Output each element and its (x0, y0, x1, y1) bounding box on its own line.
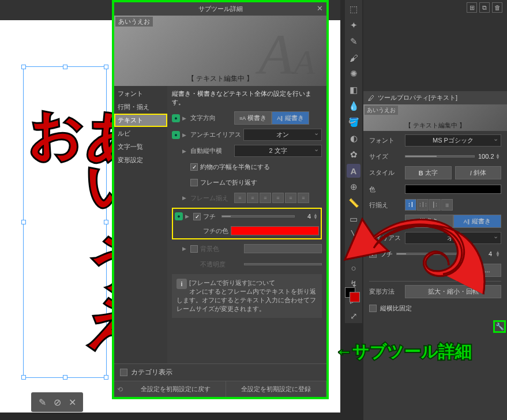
direction-horizontal[interactable]: ≡A横書き (234, 111, 272, 125)
cat-charlist[interactable]: 文字一覧 (114, 140, 167, 153)
wrap-checkbox[interactable] (190, 179, 198, 186)
editing-label: 【 テキスト編集中 】 (114, 74, 326, 84)
tool-brush-icon[interactable]: 🖌 (347, 51, 360, 65)
cat-text[interactable]: テキスト (114, 114, 167, 127)
font-dropdown[interactable]: MS Pゴシック (405, 134, 501, 147)
tool-ruler-icon[interactable]: 📏 (347, 196, 360, 210)
align-opt: ≡ (260, 193, 271, 203)
align-opt: ≡ (285, 193, 296, 203)
expand-icon[interactable]: ▶ (182, 115, 188, 121)
tool-lasso-icon[interactable]: ⬚ (347, 2, 360, 16)
frame-align-label: フレーム揃え (190, 194, 232, 202)
transform-label: 変形方法 (369, 287, 401, 296)
tool-pen-icon[interactable]: ✎ (347, 35, 360, 48)
bg-color-swatch (244, 244, 322, 253)
category-description: 縦書き・横書きなどテキスト全体の設定を行います。 (172, 89, 322, 107)
expand-icon[interactable]: ▶ (182, 148, 188, 154)
panel-preview: あいうえお 【 テキスト編集中 】 (363, 104, 507, 131)
panel-dup-icon[interactable]: ⧉ (479, 2, 490, 13)
edge-highlight: ●▶ フチ 4 ▲▼ フチの色 (172, 208, 322, 239)
panel-trash-icon[interactable]: 🗑 (492, 2, 502, 13)
halfwidth-checkbox[interactable] (190, 163, 198, 171)
wrench-icon[interactable]: 🔧 (493, 320, 506, 333)
antialias-dropdown[interactable]: オン (243, 129, 322, 141)
direction-segment: 横書き A∥縦書き (405, 215, 501, 228)
color-swatch[interactable] (345, 287, 361, 303)
edge-color-swatch[interactable] (231, 226, 319, 235)
text-color-swatch[interactable] (405, 185, 501, 194)
direction-segment: ≡A横書き A∥縦書き (234, 111, 309, 125)
panel-add-icon[interactable]: ⊞ (467, 2, 477, 13)
edit-icon[interactable]: ✎ (36, 396, 48, 408)
panel-title[interactable]: 🖊 ツールプロパティ[テキスト] (363, 91, 507, 104)
eye-icon[interactable]: ● (175, 212, 183, 220)
reset-row: ⟲ 全設定を初期設定に戻す 全設定を初期設定に登録 (114, 381, 326, 397)
tool-eraser-icon[interactable]: ◧ (347, 83, 360, 97)
callout-text: ←サブツール詳細 (336, 340, 472, 363)
dir-h[interactable]: 横書き (405, 215, 453, 228)
direction-vertical[interactable]: A∥縦書き (272, 111, 309, 125)
expand-icon[interactable]: ▶ (182, 246, 188, 252)
close-icon[interactable]: ✕ (317, 4, 323, 13)
edge-checkbox[interactable] (193, 213, 201, 220)
frame-align-set: ≡≡ ≡≡ ≡≡ (234, 193, 309, 203)
align-opt: ≡ (298, 193, 309, 203)
tool-blend-icon[interactable]: 💧 (347, 99, 360, 113)
aa-dropdown[interactable]: オン (405, 232, 501, 244)
edge-stepper[interactable]: ▲▼ (495, 251, 501, 257)
eye-icon[interactable]: ● (172, 114, 180, 122)
expand-icon[interactable]: ▶ (182, 195, 188, 201)
expand-icon[interactable]: ▶ (182, 132, 188, 138)
line-align-label: 行揃え (369, 201, 401, 209)
auto-tcy-dropdown[interactable]: 2 文字 (234, 145, 322, 157)
tool-frame-icon[interactable]: ▭ (347, 212, 360, 226)
settings-button[interactable]: 設定... (461, 264, 501, 277)
transform-dropdown[interactable]: 拡大・縮小・回転 (405, 285, 501, 298)
align-top[interactable]: ⫶┃ (405, 199, 416, 211)
align-opt: ≡ (247, 193, 258, 203)
italic-button[interactable]: I斜体 (455, 166, 502, 179)
tool-spray-icon[interactable]: ✺ (347, 67, 360, 81)
edge-slider[interactable] (396, 253, 475, 255)
edge-stepper[interactable]: ▲▼ (313, 213, 319, 219)
info-body: オンにするとフレーム内でテキストを折り返します。オフにするとテキスト入力に合わせ… (176, 288, 316, 312)
cat-font[interactable]: フォント (114, 87, 167, 100)
tool-rect-icon[interactable]: □ (347, 245, 360, 258)
cancel-icon[interactable]: ✕ (66, 396, 78, 408)
cat-ruby[interactable]: ルビ (114, 127, 167, 140)
size-slider[interactable] (405, 155, 475, 158)
bgcolor-checkbox[interactable] (190, 245, 198, 253)
tool-text-icon[interactable]: A (347, 164, 360, 178)
align-opt: ≡ (272, 193, 284, 203)
tool-fill-icon[interactable]: 🪣 (347, 115, 360, 129)
expand-icon[interactable]: ▶ (185, 213, 191, 219)
confirm-icon[interactable]: ⊘ (51, 396, 63, 408)
size-stepper[interactable]: ▲▼ (495, 153, 501, 159)
tool-line-icon[interactable]: ╲ (347, 228, 360, 242)
register-all-button[interactable]: 全設定を初期設定に登録 (226, 381, 326, 397)
dialog-titlebar[interactable]: サブツール詳細 ✕ (114, 2, 326, 16)
tool-balloon-icon[interactable]: ⊕ (347, 180, 360, 194)
tool-ellipse-icon[interactable]: ○ (347, 261, 360, 275)
align-mid[interactable]: ⫶┃⫶ (417, 199, 429, 211)
reset-icon[interactable]: ⟲ (114, 381, 126, 397)
edge-checkbox[interactable] (369, 250, 377, 258)
category-show-checkbox[interactable] (120, 369, 127, 376)
lock-ratio-checkbox[interactable] (369, 305, 377, 312)
cat-line[interactable]: 行間・揃え (114, 100, 167, 114)
reset-all-button[interactable]: 全設定を初期設定に戻す (126, 381, 226, 397)
bold-button[interactable]: B太字 (405, 166, 452, 179)
info-box: i [フレームで折り返す]について オンにするとフレーム内でテキストを折り返しま… (172, 274, 322, 318)
cat-transform[interactable]: 変形設定 (114, 153, 167, 167)
tool-gradient-icon[interactable]: ◐ (347, 132, 360, 145)
text-frame[interactable]: あいうえお (23, 66, 107, 378)
info-icon: i (176, 279, 187, 289)
align-just[interactable]: ⫼ (441, 199, 453, 211)
align-bot[interactable]: ┃⫶ (429, 199, 441, 211)
edge-slider[interactable] (221, 215, 295, 217)
tool-deco-icon[interactable]: ✿ (347, 148, 360, 162)
tool-wand-icon[interactable]: ✦ (347, 18, 360, 32)
dir-v[interactable]: A∥縦書き (453, 215, 502, 228)
tool-eyedrop-icon[interactable]: ⤢ (347, 309, 360, 323)
eye-icon[interactable]: ● (172, 131, 180, 139)
